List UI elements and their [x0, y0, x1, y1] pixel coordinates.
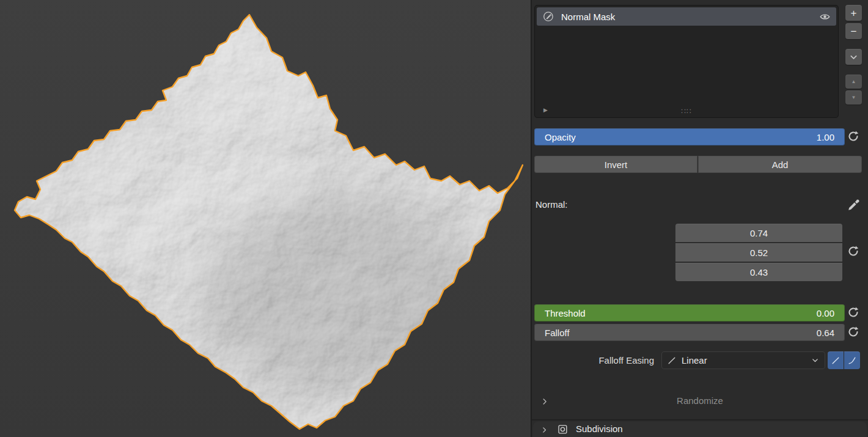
linear-curve-icon — [668, 356, 676, 365]
ease-in-toggle[interactable] — [828, 351, 844, 369]
threshold-refresh-icon[interactable] — [847, 306, 859, 318]
subdivision-label: Subdivision — [576, 424, 623, 434]
app-window: Normal Mask ▶ ∷∷ + − ▲ ▼ Opacity 1.00 In… — [0, 0, 868, 437]
randomize-section-label: Randomize — [532, 395, 868, 406]
mask-brush-icon — [543, 11, 554, 22]
add-mask-button[interactable]: + — [845, 5, 862, 21]
falloff-slider[interactable]: Falloff 0.64 — [534, 324, 845, 341]
falloff-value: 0.64 — [817, 328, 834, 338]
list-resize-grip[interactable]: ∷∷ — [535, 107, 838, 116]
subdivision-icon — [557, 424, 568, 435]
mask-list-item-normal-mask[interactable]: Normal Mask — [537, 7, 836, 26]
falloff-label: Falloff — [545, 328, 570, 338]
threshold-slider[interactable]: Threshold 0.00 — [534, 304, 845, 321]
linear-curve-icon — [831, 356, 840, 365]
normal-y-field[interactable]: 0.52 — [675, 243, 842, 262]
mask-specials-dropdown-button[interactable] — [845, 49, 862, 65]
properties-panel: Normal Mask ▶ ∷∷ + − ▲ ▼ Opacity 1.00 In… — [531, 0, 868, 437]
opacity-label: Opacity — [545, 132, 576, 142]
normal-z-field[interactable]: 0.43 — [675, 263, 842, 281]
move-mask-up-button[interactable]: ▲ — [845, 75, 862, 89]
terrain-mesh[interactable] — [0, 0, 531, 437]
move-mask-down-button[interactable]: ▼ — [845, 90, 862, 105]
eyedropper-icon[interactable] — [847, 198, 861, 211]
add-button[interactable]: Add — [698, 156, 862, 173]
opacity-refresh-icon[interactable] — [847, 130, 859, 142]
chevron-right-icon — [540, 426, 548, 434]
viewport-3d[interactable] — [0, 0, 531, 437]
chevron-down-icon — [849, 53, 858, 62]
ease-curve-icon — [848, 356, 856, 365]
subdivision-panel-header[interactable]: Subdivision — [533, 422, 867, 437]
falloff-easing-value: Linear — [682, 355, 707, 365]
panel-divider — [532, 419, 868, 420]
falloff-easing-label: Falloff Easing — [534, 355, 654, 365]
remove-mask-button[interactable]: − — [845, 23, 862, 39]
mask-item-label: Normal Mask — [561, 12, 615, 22]
threshold-value: 0.00 — [817, 308, 834, 318]
normal-label: Normal: — [535, 199, 568, 210]
falloff-easing-dropdown[interactable]: Linear — [661, 351, 825, 369]
normal-vector-fields: 0.74 0.52 0.43 — [675, 224, 842, 281]
opacity-slider[interactable]: Opacity 1.00 — [534, 128, 845, 145]
opacity-value: 1.00 — [817, 132, 834, 142]
ease-out-toggle[interactable] — [844, 351, 860, 369]
randomize-section-header[interactable]: Randomize — [532, 392, 868, 411]
threshold-label: Threshold — [545, 308, 586, 318]
eye-icon[interactable] — [820, 12, 830, 22]
mask-list[interactable]: Normal Mask ▶ ∷∷ — [534, 5, 839, 118]
chevron-down-icon — [811, 356, 819, 364]
normal-x-field[interactable]: 0.74 — [675, 224, 842, 242]
falloff-refresh-icon[interactable] — [847, 326, 859, 338]
normal-refresh-icon[interactable] — [847, 245, 859, 257]
invert-button[interactable]: Invert — [534, 156, 697, 173]
